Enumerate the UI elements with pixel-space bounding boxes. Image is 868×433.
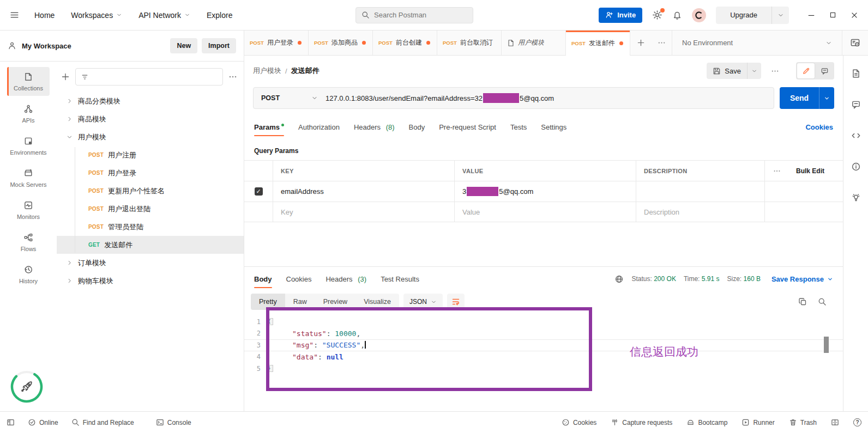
tree-request[interactable]: POST 用户登录 <box>57 164 244 182</box>
param-description-cell[interactable] <box>636 181 764 202</box>
new-key-cell[interactable]: Key <box>273 202 454 222</box>
search-input[interactable] <box>374 11 456 19</box>
breadcrumb-parent[interactable]: 用户模块 <box>253 66 281 76</box>
two-pane-view-button[interactable] <box>831 418 839 426</box>
request-tab[interactable]: POST 前台创建 <box>373 31 437 55</box>
nav-workspaces[interactable]: Workspaces <box>71 11 122 20</box>
response-tab-test-results[interactable]: Test Results <box>381 275 419 283</box>
capture-requests-button[interactable]: Capture requests <box>611 418 672 426</box>
notifications-button[interactable] <box>672 10 682 20</box>
rail-item-monitors[interactable]: Monitors <box>7 196 50 224</box>
fold-toggle[interactable]: } <box>266 365 273 372</box>
collection-filter[interactable] <box>75 68 223 86</box>
add-collection-button[interactable] <box>61 72 70 81</box>
console-button[interactable]: Console <box>156 418 191 426</box>
global-search[interactable] <box>355 7 473 23</box>
info-button[interactable] <box>851 162 861 172</box>
wrap-text-button[interactable] <box>447 294 465 310</box>
import-button[interactable]: Import <box>202 38 236 53</box>
window-close-button[interactable] <box>851 11 858 19</box>
tree-request[interactable]: POST 用户退出登陆 <box>57 200 244 218</box>
tab-body[interactable]: Body <box>409 123 425 131</box>
nav-home[interactable]: Home <box>34 11 55 20</box>
bootcamp-button[interactable]: Bootcamp <box>686 418 727 426</box>
param-value-cell[interactable]: 35@qq.com <box>454 181 636 202</box>
cookies-link[interactable]: Cookies <box>805 123 833 131</box>
online-status[interactable]: Online <box>28 418 58 426</box>
upgrade-button[interactable]: Upgrade <box>716 7 789 24</box>
breadcrumb-current[interactable]: 发送邮件 <box>291 66 320 76</box>
pull-requests-button[interactable] <box>851 193 861 203</box>
edit-mode-button[interactable] <box>797 63 815 78</box>
rail-item-apis[interactable]: APIs <box>7 99 50 128</box>
new-value-cell[interactable]: Value <box>454 202 636 222</box>
response-tab-cookies[interactable]: Cookies <box>286 275 312 283</box>
tab-options-button[interactable] <box>651 31 672 55</box>
nav-explore[interactable]: Explore <box>207 11 232 20</box>
new-button[interactable]: New <box>170 38 197 53</box>
documentation-button[interactable] <box>851 69 861 78</box>
environment-selector[interactable]: No Environment <box>672 31 842 55</box>
comments-button[interactable] <box>816 63 833 78</box>
upgrade-chevron[interactable] <box>771 7 789 24</box>
tab-prerequest-script[interactable]: Pre-request Script <box>439 123 496 131</box>
rail-item-environments[interactable]: Environments <box>7 131 50 160</box>
fold-toggle[interactable]: { <box>266 318 273 325</box>
save-button[interactable]: Save <box>707 63 761 79</box>
request-tab[interactable]: POST 用户登录 <box>244 31 309 55</box>
tab-tests[interactable]: Tests <box>510 123 527 131</box>
response-tab-body[interactable]: Body <box>254 275 272 283</box>
mode-visualize[interactable]: Visualize <box>355 294 399 310</box>
settings-button[interactable] <box>652 10 662 20</box>
tree-request[interactable]: POST 管理员登陆 <box>57 218 244 236</box>
rail-item-flows[interactable]: Flows <box>7 228 50 257</box>
tree-folder[interactable]: 订单模块 <box>57 254 244 272</box>
window-maximize-button[interactable] <box>829 11 836 19</box>
cookies-manager-button[interactable]: Cookies <box>562 418 596 426</box>
toggle-sidebar-button[interactable] <box>7 418 15 426</box>
tree-folder[interactable]: 商品模块 <box>57 110 244 128</box>
runner-button[interactable]: Runner <box>742 418 774 426</box>
collection-more-button[interactable] <box>228 72 237 81</box>
request-more-button[interactable] <box>767 63 783 79</box>
tree-request[interactable]: POST 更新用户个性签名 <box>57 182 244 200</box>
tree-folder-expanded[interactable]: 用户模块 <box>57 128 244 146</box>
collection-filter-input[interactable] <box>93 73 218 81</box>
user-avatar[interactable] <box>692 8 706 22</box>
search-response-button[interactable] <box>818 297 827 306</box>
tree-folder[interactable]: 购物车模块 <box>57 272 244 290</box>
send-options-chevron[interactable] <box>819 87 834 109</box>
collection-doc-tab[interactable]: 用户模块 <box>502 31 566 55</box>
invite-button[interactable]: Invite <box>599 8 642 23</box>
request-tab[interactable]: POST 前台取消订 <box>437 31 502 55</box>
mode-preview[interactable]: Preview <box>315 294 355 310</box>
window-minimize-button[interactable] <box>807 11 815 19</box>
request-tab[interactable]: POST 添加商品 <box>309 31 373 55</box>
code-snippet-button[interactable] <box>851 131 861 141</box>
rail-item-mock-servers[interactable]: Mock Servers <box>7 163 50 192</box>
tree-request[interactable]: POST 用户注册 <box>57 146 244 164</box>
nav-api-network[interactable]: API Network <box>138 11 190 20</box>
response-tab-headers[interactable]: Headers (3) <box>326 275 366 283</box>
method-select[interactable]: POST <box>254 94 326 102</box>
bulk-edit-button[interactable]: Bulk Edit <box>788 161 843 181</box>
workspace-switcher[interactable]: My Workspace <box>8 41 71 50</box>
rail-item-collections[interactable]: Collections <box>7 67 50 96</box>
request-tab-active[interactable]: POST 发送邮件 <box>566 31 630 56</box>
rail-item-history[interactable]: History <box>7 260 50 289</box>
save-options-chevron[interactable] <box>747 63 761 79</box>
save-response-button[interactable]: Save Response <box>771 275 833 283</box>
trash-button[interactable]: Trash <box>789 418 817 426</box>
tab-headers[interactable]: Headers (8) <box>354 123 395 131</box>
tab-authorization[interactable]: Authorization <box>298 123 340 131</box>
tab-params[interactable]: Params <box>254 123 284 131</box>
mode-pretty[interactable]: Pretty <box>251 294 285 310</box>
onboarding-progress-ring[interactable] <box>10 370 44 404</box>
url-input[interactable]: 127.0.0.1:8083/user/sendEmail?emailAddre… <box>326 93 774 103</box>
new-tab-button[interactable] <box>630 31 651 55</box>
copy-response-button[interactable] <box>798 297 807 306</box>
hamburger-menu-icon[interactable] <box>10 10 19 20</box>
tree-request-selected[interactable]: GET 发送邮件 <box>57 236 244 254</box>
new-description-cell[interactable]: Description <box>636 202 764 222</box>
tree-folder[interactable]: 商品分类模块 <box>57 92 244 110</box>
